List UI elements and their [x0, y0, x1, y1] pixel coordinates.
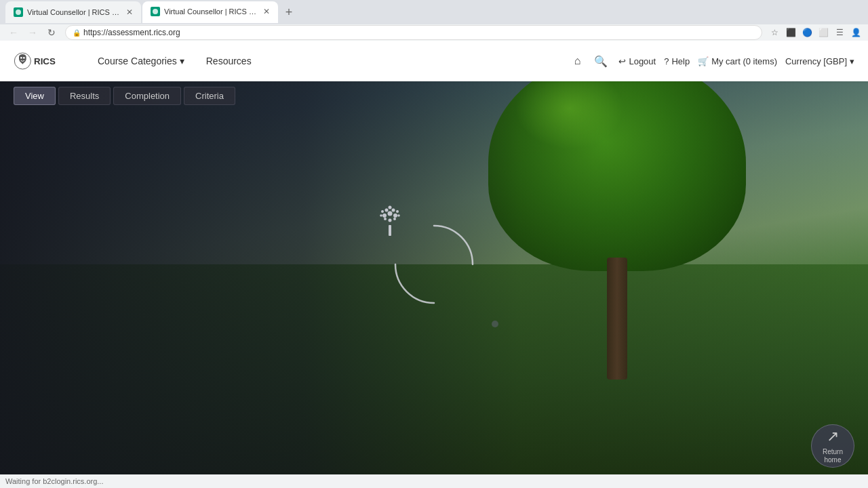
tab-criteria[interactable]: Criteria	[184, 87, 235, 105]
navbar-logo[interactable]: RICS	[14, 47, 68, 75]
url-text: https://assessment.rics.org	[83, 28, 180, 37]
extension-icon-3[interactable]: ⬜	[816, 26, 830, 39]
svg-point-7	[388, 211, 393, 216]
extension-icon-2[interactable]: 🔵	[800, 26, 814, 39]
svg-point-17	[384, 218, 387, 220]
help-label: Help	[671, 56, 690, 66]
svg-point-3	[20, 57, 22, 59]
browser-tab-bar: Virtual Counsellor | RICS Onlin... ✕ Vir…	[0, 0, 868, 24]
bookmark-icon[interactable]: ☆	[768, 26, 781, 39]
navbar-right: ⌂ 🔍 ↩ Logout ? Help 🛒 My cart (0 items) …	[572, 52, 854, 70]
lock-icon: 🔒	[73, 29, 81, 37]
return-home-button[interactable]: ↗ Return home	[811, 424, 854, 468]
tab1-title: Virtual Counsellor | RICS Onlin...	[27, 8, 122, 16]
extension-icon-1[interactable]: ⬛	[784, 26, 797, 39]
svg-point-19	[389, 219, 392, 222]
user-icon[interactable]: 👤	[849, 26, 863, 39]
home-icon-button[interactable]: ⌂	[572, 52, 584, 70]
rics-logo-svg: RICS	[14, 47, 68, 75]
refresh-button[interactable]: ↻	[43, 24, 60, 41]
svg-point-12	[389, 206, 392, 209]
browser-tab-1[interactable]: Virtual Counsellor | RICS Onlin... ✕	[5, 1, 141, 23]
svg-point-14	[396, 210, 399, 213]
main-nav: Course Categories ▾ Resources	[88, 50, 572, 72]
tab-view[interactable]: View	[14, 87, 56, 105]
svg-point-9	[393, 214, 397, 218]
navbar: RICS Course Categories ▾ Resources ⌂ 🔍 ↩…	[0, 41, 868, 81]
url-input[interactable]: 🔒 https://assessment.rics.org	[65, 25, 762, 40]
currency-button[interactable]: Currency [GBP] ▾	[785, 56, 854, 66]
tab1-close-button[interactable]: ✕	[126, 7, 133, 17]
loading-spinner: .arc-spin { animation: spin 2s linear in…	[390, 220, 478, 308]
spinner-logo-svg	[366, 197, 414, 244]
help-button[interactable]: ? Help	[664, 56, 690, 66]
svg-point-13	[381, 210, 384, 213]
svg-point-4	[23, 57, 25, 59]
search-icon-button[interactable]: 🔍	[591, 52, 610, 70]
tab-criteria-label: Criteria	[195, 91, 224, 101]
cart-icon: 🛒	[698, 56, 709, 66]
svg-point-11	[392, 209, 395, 212]
logout-icon: ↩	[618, 56, 626, 66]
svg-point-16	[397, 214, 400, 217]
currency-chevron: ▾	[850, 56, 854, 66]
svg-point-1	[153, 9, 158, 14]
currency-label: Currency [GBP]	[785, 56, 847, 66]
tab-view-label: View	[25, 91, 44, 101]
return-home-text: Return home	[823, 448, 843, 464]
nav-course-categories-label: Course Categories	[98, 56, 177, 66]
content-tabs: View Results Completion Criteria	[0, 81, 868, 110]
cart-label: My cart (0 items)	[711, 56, 777, 66]
tab2-title: Virtual Counsellor | RICS Onlin...	[164, 7, 259, 16]
nav-course-categories[interactable]: Course Categories ▾	[88, 50, 194, 72]
address-bar: ← → ↻ 🔒 https://assessment.rics.org ☆ ⬛ …	[0, 24, 868, 41]
nav-course-categories-chevron: ▾	[180, 56, 184, 66]
tab2-close-button[interactable]: ✕	[263, 7, 270, 16]
tab2-favicon	[151, 7, 160, 16]
svg-point-18	[393, 218, 396, 220]
cart-button[interactable]: 🛒 My cart (0 items)	[698, 56, 777, 66]
svg-rect-6	[389, 225, 391, 236]
svg-text:RICS: RICS	[34, 56, 56, 66]
tab-results[interactable]: Results	[58, 87, 111, 105]
svg-point-10	[385, 209, 389, 212]
browser-tab-2[interactable]: Virtual Counsellor | RICS Onlin... ✕	[142, 1, 278, 23]
nav-resources[interactable]: Resources	[197, 50, 261, 72]
svg-point-15	[380, 214, 382, 217]
tab-completion-label: Completion	[125, 91, 170, 101]
tab-results-label: Results	[70, 91, 99, 101]
tab-completion[interactable]: Completion	[113, 87, 181, 105]
logout-button[interactable]: ↩ Logout	[618, 56, 656, 66]
help-icon: ?	[664, 56, 669, 66]
forward-button[interactable]: →	[24, 24, 41, 41]
browser-status-bar: Waiting for b2clogin.rics.org...	[0, 474, 868, 488]
extension-icon-4[interactable]: ☰	[833, 26, 846, 39]
new-tab-button[interactable]: +	[279, 3, 298, 22]
tab1-favicon	[14, 7, 23, 17]
svg-point-8	[382, 214, 387, 218]
status-bar-text: Waiting for b2clogin.rics.org...	[5, 477, 103, 485]
loading-spinner-container: .arc-spin { animation: spin 2s linear in…	[390, 220, 478, 308]
return-home-icon: ↗	[827, 428, 839, 445]
nav-resources-label: Resources	[206, 56, 252, 66]
back-button[interactable]: ←	[5, 24, 22, 41]
logout-label: Logout	[629, 56, 656, 66]
svg-point-0	[16, 9, 21, 15]
